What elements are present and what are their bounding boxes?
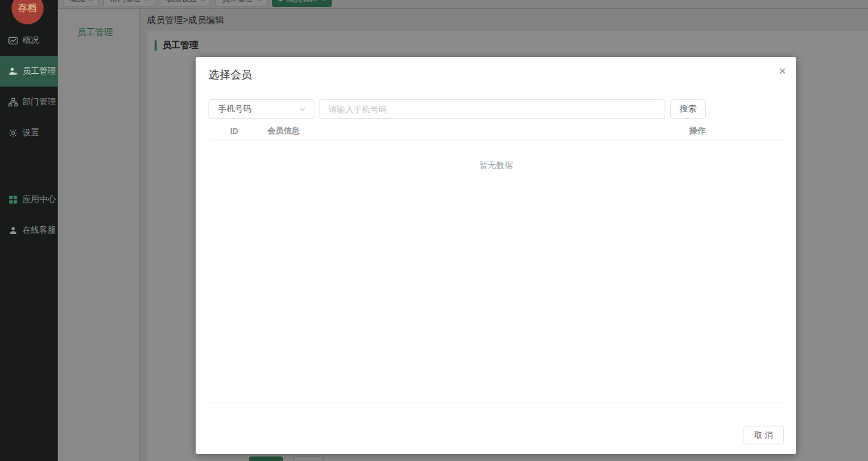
app-logo-text: 存档 — [18, 3, 37, 14]
overview-chart-icon — [8, 36, 18, 46]
sidebar-nav: 概况 员工管理 部门管理 设置 应用中心 在线客服 — [0, 25, 58, 246]
search-filter-select[interactable]: 手机号码 — [208, 99, 314, 119]
dialog-footer-divider — [208, 403, 784, 403]
sidebar: 存档 概况 员工管理 部门管理 设置 应用中心 — [0, 0, 58, 461]
search-button[interactable]: 搜索 — [670, 99, 706, 119]
department-icon — [8, 97, 18, 107]
sidebar-item-label: 概况 — [22, 35, 39, 46]
sidebar-item-label: 应用中心 — [22, 194, 56, 205]
sidebar-item-label: 在线客服 — [22, 224, 56, 236]
employee-icon — [8, 67, 18, 76]
phone-number-input[interactable] — [319, 99, 665, 119]
column-header-actions: 操作 — [611, 126, 784, 137]
close-icon[interactable]: × — [779, 65, 786, 77]
search-row: 手机号码 搜索 — [208, 99, 784, 119]
sidebar-item-label: 员工管理 — [22, 65, 56, 77]
empty-state-text: 暂无数据 — [208, 160, 784, 171]
sidebar-item-settings[interactable]: 设置 — [0, 117, 58, 148]
dialog-header: 选择会员 — [196, 57, 796, 82]
column-header-member-info: 会员信息 — [260, 126, 611, 137]
sidebar-item-department-management[interactable]: 部门管理 — [0, 87, 58, 117]
app-logo[interactable]: 存档 — [12, 0, 44, 24]
apps-grid-icon — [8, 195, 18, 205]
sidebar-item-employee-management[interactable]: 员工管理 — [0, 56, 58, 87]
chevron-down-icon — [299, 106, 306, 113]
sidebar-item-online-service[interactable]: 在线客服 — [0, 215, 58, 246]
dialog-body: 手机号码 搜索 ID 会员信息 操作 暂无数据 — [196, 99, 796, 171]
customer-service-icon — [8, 226, 18, 235]
sidebar-item-label: 设置 — [22, 127, 39, 138]
select-member-dialog: 选择会员 × 手机号码 搜索 ID 会员信息 操作 暂无数据 取 消 — [196, 57, 796, 454]
search-filter-value: 手机号码 — [218, 103, 251, 115]
cancel-button[interactable]: 取 消 — [744, 426, 784, 444]
sidebar-item-app-center[interactable]: 应用中心 — [0, 184, 58, 215]
settings-gear-icon — [8, 128, 18, 138]
sidebar-item-overview[interactable]: 概况 — [0, 25, 58, 56]
sidebar-item-label: 部门管理 — [22, 96, 56, 108]
column-header-id: ID — [208, 127, 260, 136]
dialog-title: 选择会员 — [208, 69, 252, 81]
app-window: 存档 概况 员工管理 部门管理 设置 应用中心 — [0, 0, 868, 461]
table-header-row: ID 会员信息 操作 — [208, 122, 784, 140]
